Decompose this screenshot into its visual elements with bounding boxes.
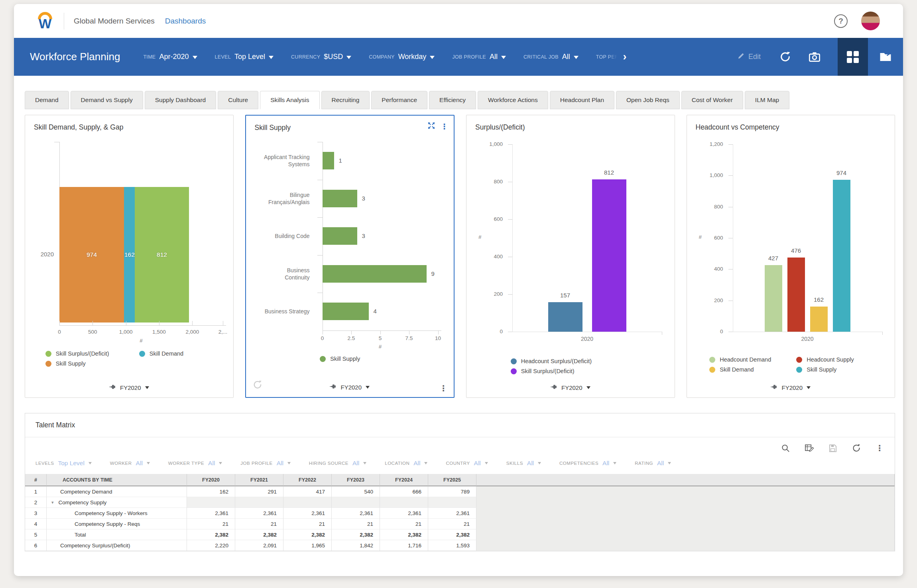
- expand-icon[interactable]: [427, 121, 436, 132]
- matrix-filter-country[interactable]: COUNTRYAll: [446, 460, 488, 467]
- account-name-text: Competency Surplus/(Deficit): [60, 543, 130, 549]
- matrix-filter-skills[interactable]: SKILLSAll: [506, 460, 541, 467]
- y-axis-label: #: [478, 234, 482, 240]
- tab-headcount-plan[interactable]: Headcount Plan: [550, 91, 614, 109]
- breadcrumb-dashboards[interactable]: Dashboards: [165, 17, 206, 26]
- value-cell: [428, 497, 476, 508]
- x-tick-label: 7.5: [399, 335, 419, 341]
- grid-view-button[interactable]: [838, 38, 868, 76]
- more-menu-icon[interactable]: ⋮: [439, 384, 447, 392]
- chevron-down-icon: [145, 386, 149, 389]
- matrix-filter-location[interactable]: LOCATIONAll: [385, 460, 427, 467]
- bar-segment-skill-supply[interactable]: 974: [59, 187, 124, 323]
- toolbar-filter-company[interactable]: COMPANYWorkday: [369, 53, 435, 61]
- workday-logo[interactable]: W: [36, 10, 54, 32]
- more-menu-icon[interactable]: ⋮: [876, 444, 884, 452]
- period-selector[interactable]: FY2020: [25, 384, 233, 391]
- chevron-down-icon: [346, 56, 351, 59]
- refresh-icon[interactable]: [852, 443, 861, 453]
- value-cell: [332, 497, 380, 508]
- edit-button[interactable]: Edit: [737, 52, 761, 62]
- legend-label: Headcount Demand: [720, 356, 771, 363]
- y-category-label: Business Continuity: [262, 265, 310, 283]
- tab-demand-vs-supply[interactable]: Demand vs Supply: [71, 91, 143, 109]
- bar-skill-demand[interactable]: [810, 307, 828, 332]
- toolbar-filter-truncated[interactable]: TOP PER›: [596, 51, 627, 62]
- bar-value: 427: [757, 255, 790, 262]
- period-selector[interactable]: FY2020: [466, 384, 675, 391]
- legend-dot: [139, 351, 145, 357]
- more-menu-icon[interactable]: ⋮: [441, 123, 448, 130]
- bar-skill-surplus-deficit-[interactable]: [592, 179, 626, 332]
- table-row: 1Competency Demand162291417540666789: [25, 486, 895, 497]
- tab-culture[interactable]: Culture: [218, 91, 258, 109]
- help-icon[interactable]: ?: [834, 14, 848, 28]
- bar-building-code[interactable]: [323, 227, 357, 245]
- toolbar-filter-level[interactable]: LEVELTop Level: [215, 53, 274, 61]
- y-tick-label: 600: [687, 235, 723, 241]
- folder-icon[interactable]: [868, 38, 903, 76]
- tab-workforce-actions[interactable]: Workforce Actions: [478, 91, 548, 109]
- matrix-filter-levels[interactable]: LEVELSTop Level: [35, 460, 92, 467]
- row-expand-caret[interactable]: ▾: [51, 500, 54, 505]
- bar-applicant-tracking-systems[interactable]: [323, 152, 334, 169]
- tab-efficiency[interactable]: Efficiency: [429, 91, 476, 109]
- matrix-filter-rating[interactable]: RATINGAll: [635, 460, 671, 467]
- period-selector[interactable]: FY2020: [687, 384, 895, 391]
- refresh-card-icon[interactable]: [252, 380, 263, 391]
- tab-demand[interactable]: Demand: [25, 91, 69, 109]
- toolbar-filter-critical-job[interactable]: CRITICAL JOBAll: [523, 53, 579, 61]
- bar-business-strategy[interactable]: [323, 303, 369, 320]
- legend-label: Skill Supply: [807, 366, 836, 373]
- bar-business-continuity[interactable]: [323, 265, 427, 283]
- toolbar-filter-currency[interactable]: CURRENCY$USD: [291, 53, 351, 61]
- y-tick-label: 1,000: [687, 172, 723, 178]
- value-cell: 2,361: [380, 508, 428, 519]
- axis-tick: [351, 330, 352, 334]
- value-cell: 21: [428, 519, 476, 529]
- value-cell: 2,361: [332, 508, 380, 519]
- value-cell: 666: [380, 486, 428, 497]
- bar-bilingue-fran-ais-anglais[interactable]: [323, 190, 357, 207]
- refresh-icon[interactable]: [779, 51, 791, 63]
- edit-grid-icon[interactable]: [805, 444, 814, 453]
- tab-performance[interactable]: Performance: [371, 91, 427, 109]
- x-tick-label: 2,...: [209, 329, 236, 335]
- bar-skill-supply[interactable]: [833, 180, 850, 332]
- filter-value: All: [413, 460, 420, 467]
- avatar[interactable]: [861, 12, 880, 30]
- matrix-filter-worker[interactable]: WORKERAll: [110, 460, 150, 467]
- tab-supply-dashboard[interactable]: Supply Dashboard: [145, 91, 216, 109]
- tab-skills-analysis[interactable]: Skills Analysis: [260, 91, 319, 109]
- matrix-filter-worker-type[interactable]: WORKER TYPEAll: [168, 460, 222, 467]
- axis-tick: [54, 142, 59, 142]
- y-tick-label: 200: [466, 291, 503, 297]
- bar-headcount-supply[interactable]: [787, 258, 805, 332]
- bar-value: 4: [374, 308, 377, 315]
- axis-tick: [317, 293, 323, 293]
- toolbar-filter-time[interactable]: TIMEApr-2020: [143, 53, 197, 61]
- tab-ilm-map[interactable]: ILM Map: [745, 91, 789, 109]
- toolbar-filter-job-profile[interactable]: JOB PROFILEAll: [452, 53, 506, 61]
- period-selector[interactable]: FY2020: [246, 383, 454, 391]
- filter-label: LEVEL: [215, 54, 231, 60]
- tab-cost-of-worker[interactable]: Cost of Worker: [681, 91, 743, 109]
- bar-headcount-surplus-deficit-[interactable]: [548, 302, 582, 332]
- matrix-filter-hiring-source[interactable]: HIRING SOURCEAll: [309, 460, 366, 467]
- edit-label: Edit: [748, 53, 761, 61]
- account-name-text: Competency Supply - Reqs: [75, 521, 140, 527]
- tab-recruiting[interactable]: Recruiting: [321, 91, 370, 109]
- axis-tick: [882, 332, 883, 335]
- row-filler: [476, 508, 895, 519]
- bar-headcount-demand[interactable]: [765, 265, 782, 332]
- bar-segment-skill-surplus-deficit-[interactable]: 812: [135, 187, 189, 323]
- search-icon[interactable]: [781, 444, 790, 453]
- x-axis-line: [733, 332, 882, 332]
- chart-legend: Headcount Surplus/(Deficit)Skill Surplus…: [466, 358, 675, 374]
- camera-icon[interactable]: [808, 51, 821, 63]
- matrix-filter-competencies[interactable]: COMPETENCIESAll: [559, 460, 616, 467]
- save-icon[interactable]: [828, 444, 837, 453]
- tab-open-job-reqs[interactable]: Open Job Reqs: [616, 91, 680, 109]
- matrix-filter-job-profile[interactable]: JOB PROFILEAll: [240, 460, 291, 467]
- bar-segment-skill-demand[interactable]: 162: [124, 187, 135, 323]
